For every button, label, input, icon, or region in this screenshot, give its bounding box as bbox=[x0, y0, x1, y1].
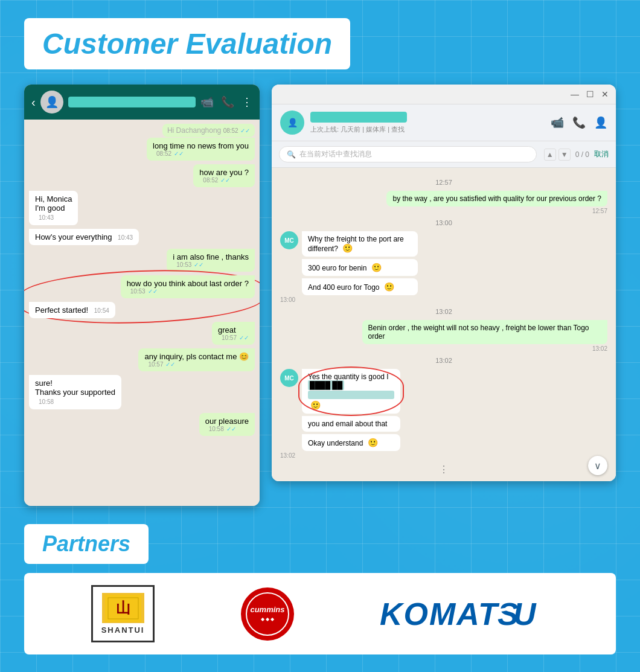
msg-text: i am also fine , thanks bbox=[173, 252, 249, 261]
maximize-button[interactable]: ☐ bbox=[586, 89, 594, 99]
wd-msg-benin-order: Benin order , the weight will not so hea… bbox=[280, 320, 607, 352]
msg-text: how do you think about last order ? bbox=[127, 279, 249, 288]
wd-phone-icon[interactable]: 📞 bbox=[572, 116, 586, 129]
shantui-text: SHANTUI bbox=[101, 626, 145, 635]
shantui-logo: 山 SHANTUI bbox=[91, 585, 155, 642]
menu-icon[interactable]: ⋮ bbox=[242, 95, 252, 109]
sender-avatar: MC bbox=[280, 231, 298, 249]
msg-great: great 10:57 ✓✓ bbox=[29, 322, 255, 345]
msg-bubble: sure!Thanks your supported 10:58 bbox=[29, 375, 121, 409]
msg-time: 10:58 bbox=[39, 398, 54, 405]
msg-bubble: Perfect started! 10:54 bbox=[29, 302, 115, 318]
wa-body: Hi Dachanghong 08:52 ✓✓ long time no new… bbox=[24, 120, 260, 506]
wd-titlebar: — ☐ ✕ bbox=[272, 85, 616, 104]
msg-time: 08:52 bbox=[156, 150, 171, 157]
wd-bubble-why-freight: Why the freight to the port are differen… bbox=[302, 231, 418, 257]
wd-msg-freight: MC Why the freight to the port are diffe… bbox=[280, 231, 607, 303]
msg-bubble: Hi, MonicaI'm good 10:43 bbox=[29, 191, 78, 225]
msg-text: any inquiry, pls contact me 😊 bbox=[144, 352, 249, 361]
wd-bubble-400: And 400 euro for Togo 🙂 bbox=[302, 278, 418, 295]
emoji-button[interactable]: 🙂 bbox=[371, 263, 382, 272]
msg-bubble: How's your everything 10:43 bbox=[29, 229, 139, 245]
sender-row: MC Yes the quantity is good I ████ ██ 🙂 bbox=[280, 369, 433, 451]
msg-time: 10:58 bbox=[209, 426, 224, 432]
timestamp-1300: 13:00 bbox=[280, 219, 607, 226]
minimize-button[interactable]: — bbox=[571, 89, 579, 99]
emoji-button[interactable]: 🙂 bbox=[310, 400, 321, 410]
nav-arrows: ▲ ▼ bbox=[544, 149, 571, 161]
wa-header-icons: 📹 📞 ⋮ bbox=[200, 95, 252, 109]
msg-text: great bbox=[218, 325, 236, 334]
wd-video-icon[interactable]: 📹 bbox=[551, 116, 564, 129]
emoji-button[interactable]: 🙂 bbox=[342, 243, 353, 253]
msg-text: Okay understand bbox=[308, 439, 363, 447]
blurred-text: ████ ██ bbox=[308, 380, 344, 390]
wd-msg-quantity: MC Yes the quantity is good I ████ ██ 🙂 bbox=[280, 369, 607, 459]
partners-logos-box: 山 SHANTUI cummins ◆ ◆ ◆ bbox=[24, 573, 616, 654]
msg-any-inquiry: any inquiry, pls contact me 😊 10:57 ✓✓ bbox=[29, 348, 255, 371]
msg-text: how are you ? bbox=[199, 168, 249, 177]
emoji-button[interactable]: 🙂 bbox=[384, 282, 394, 292]
wd-search-bar: 🔍 在当前对话中查找消息 ▲ ▼ 0 / 0 取消 bbox=[272, 141, 616, 168]
phone-icon[interactable]: 📞 bbox=[221, 95, 234, 109]
msg-text: our pleasure bbox=[205, 417, 249, 426]
msg-bubble: great 10:57 ✓✓ bbox=[212, 322, 255, 345]
msg-sure-thanks: sure!Thanks your supported 10:58 bbox=[29, 375, 255, 409]
wd-avatar: 👤 bbox=[280, 110, 304, 135]
msg-time: 08:52 bbox=[203, 177, 218, 184]
msg-bubble: i am also fine , thanks 10:53 ✓✓ bbox=[167, 249, 255, 272]
msg-ticks: ✓✓ bbox=[239, 334, 249, 341]
msg-time: 10:43 bbox=[39, 214, 54, 221]
timestamp-1302-recv: 13:02 bbox=[280, 357, 607, 364]
msg-time: 10:57 bbox=[222, 334, 237, 341]
shantui-icon: 山 bbox=[102, 593, 144, 623]
msg-bubble: how do you think about last order ? 10:5… bbox=[121, 275, 255, 298]
partners-title-box: Partners bbox=[24, 524, 149, 564]
wd-header-icons: 📹 📞 👤 bbox=[551, 116, 607, 129]
msg-time: 13:00 bbox=[280, 296, 295, 303]
emoji-button[interactable]: 🙂 bbox=[368, 438, 378, 447]
msg-time: 10:43 bbox=[118, 234, 133, 241]
page-title: Customer Evaluation bbox=[42, 27, 332, 60]
title-box: Customer Evaluation bbox=[24, 18, 350, 69]
wa-avatar: 👤 bbox=[40, 91, 63, 114]
msg-ticks: ✓✓ bbox=[165, 361, 175, 368]
wd-last-seen: 上次上线: 几天前 | 媒体库 | 查找 bbox=[310, 125, 545, 134]
sender-avatar-mc2: MC bbox=[280, 369, 298, 387]
svg-text:U: U bbox=[513, 597, 537, 631]
msg-text: you and email about that bbox=[308, 420, 387, 428]
search-up-arrow[interactable]: ▲ bbox=[544, 149, 556, 161]
svg-text:山: 山 bbox=[116, 600, 130, 616]
wd-person-icon[interactable]: 👤 bbox=[594, 116, 607, 129]
wd-contact-header: 👤 上次上线: 几天前 | 媒体库 | 查找 📹 📞 👤 bbox=[272, 104, 616, 141]
wd-contact-name-blurred bbox=[310, 112, 407, 123]
wd-search-input[interactable]: 🔍 在当前对话中查找消息 bbox=[279, 146, 537, 162]
msg-time: 10:57 bbox=[148, 361, 163, 368]
partners-title: Partners bbox=[42, 531, 130, 557]
svg-point-3 bbox=[241, 587, 294, 641]
close-button[interactable]: ✕ bbox=[601, 89, 609, 99]
msg-text: Yes the quantity is good I ████ ██ bbox=[308, 373, 394, 389]
back-icon[interactable]: ‹ bbox=[31, 95, 36, 109]
msg-time: 12:57 bbox=[592, 208, 607, 214]
msg-how-are-you: how are you ? 08:52 ✓✓ bbox=[29, 164, 255, 187]
wd-bubble: Benin order , the weight will not so hea… bbox=[362, 320, 608, 344]
wd-bubble-email: you and email about that bbox=[302, 416, 400, 432]
more-messages-indicator: ⋮ bbox=[280, 464, 607, 475]
timestamp-1302-sent: 13:02 bbox=[280, 308, 607, 315]
video-call-icon[interactable]: 📹 bbox=[200, 95, 214, 109]
msg-ticks: ✓✓ bbox=[174, 150, 184, 157]
search-down-arrow[interactable]: ▼ bbox=[558, 149, 571, 161]
search-count: 0 / 0 bbox=[575, 150, 589, 159]
msg-last-order-circled: how do you think about last order ? 10:5… bbox=[29, 275, 255, 318]
scroll-down-button[interactable]: ∨ bbox=[588, 456, 607, 475]
msg-time: 13:02 bbox=[592, 345, 607, 352]
msg-time: 10:53 bbox=[176, 261, 191, 268]
cancel-button[interactable]: 取消 bbox=[594, 149, 609, 159]
msg-text: Hi, MonicaI'm good bbox=[35, 194, 72, 213]
wa-header: ‹ 👤 📹 📞 ⋮ bbox=[24, 85, 260, 120]
msg-time: 10:53 bbox=[130, 288, 146, 295]
wd-bubble: by the way , are you satisfied with qual… bbox=[386, 191, 607, 206]
wd-bubble-yes-qty: Yes the quantity is good I ████ ██ 🙂 bbox=[302, 369, 400, 414]
whatsapp-mobile: ‹ 👤 📹 📞 ⋮ Hi Dachanghong 08:52 ✓✓ bbox=[24, 85, 260, 506]
